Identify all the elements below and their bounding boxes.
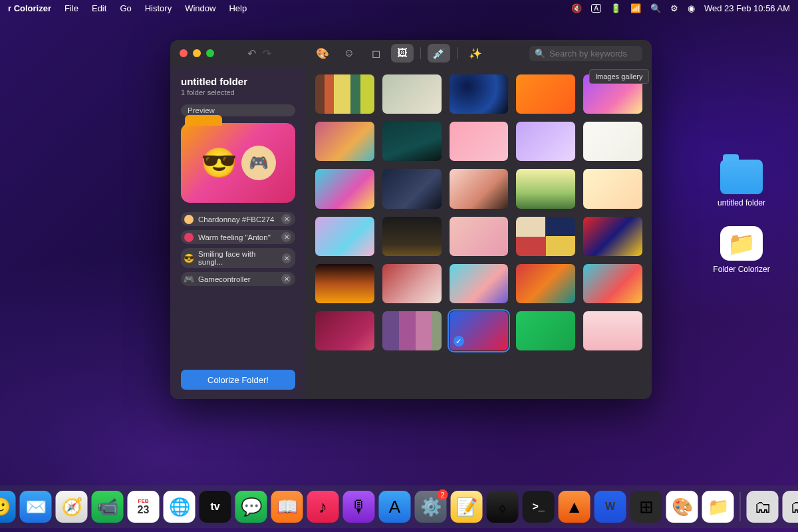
redo-button[interactable]: ↷	[263, 47, 271, 60]
dock-terminal[interactable]: >_	[523, 491, 555, 523]
sidebar: untitled folder 1 folder selected Previe…	[170, 66, 306, 399]
gallery-thumb[interactable]	[315, 264, 374, 303]
gallery-thumb[interactable]	[315, 217, 374, 256]
tab-emoji[interactable]: ☺	[338, 44, 360, 63]
siri-icon[interactable]: ◉	[688, 3, 695, 13]
tag-remove-button[interactable]: ✕	[282, 253, 291, 263]
tag-item[interactable]: Warm feeling "Anton"✕	[181, 230, 295, 244]
dock-colorizer-app[interactable]: 📁	[702, 491, 734, 523]
menu-edit[interactable]: Edit	[92, 3, 106, 13]
dock-screenshot[interactable]: 🗂	[783, 491, 799, 523]
gallery-thumb[interactable]	[315, 169, 374, 208]
gallery-thumb[interactable]	[382, 169, 442, 208]
gallery-thumb[interactable]	[450, 264, 509, 303]
dock-game[interactable]: ⬨	[487, 491, 519, 523]
gallery-thumb[interactable]	[450, 311, 509, 350]
dock-facetime[interactable]: 📹	[92, 491, 124, 523]
tag-remove-button[interactable]: ✕	[281, 214, 291, 224]
dock-messages[interactable]: 💬	[235, 491, 267, 523]
tag-item[interactable]: 🎮Gamecontroller✕	[181, 272, 295, 286]
tab-symbol[interactable]: ◻	[364, 44, 387, 63]
dock-music[interactable]: ♪	[307, 491, 339, 523]
menu-file[interactable]: File	[65, 3, 78, 13]
dock-books[interactable]: 📖	[271, 491, 303, 523]
gallery-thumb[interactable]	[315, 74, 374, 114]
dock-safari[interactable]: 🧭	[56, 491, 88, 523]
menu-help[interactable]: Help	[229, 3, 247, 13]
dock-word[interactable]: W	[595, 491, 626, 523]
dock-appletv[interactable]: tv	[200, 491, 231, 523]
gallery-thumb[interactable]	[450, 74, 509, 114]
gallery-thumb[interactable]	[516, 169, 575, 208]
gallery-thumb[interactable]	[315, 122, 374, 161]
gallery-thumb[interactable]	[450, 217, 509, 256]
tag-remove-button[interactable]: ✕	[281, 232, 291, 242]
gallery-thumb[interactable]	[516, 311, 575, 350]
dock-podcasts[interactable]: 🎙	[343, 491, 375, 523]
gallery-thumb[interactable]	[450, 169, 509, 208]
gallery-thumb[interactable]	[382, 311, 442, 350]
app-name[interactable]: r Colorizer	[8, 3, 51, 13]
menu-go[interactable]: Go	[120, 3, 131, 13]
gallery-thumb[interactable]	[516, 74, 575, 114]
close-button[interactable]	[180, 49, 188, 57]
gallery-thumb[interactable]	[382, 122, 442, 161]
dock-calculator[interactable]: ⊞	[630, 491, 662, 523]
minimize-button[interactable]	[193, 49, 201, 57]
dock-settings[interactable]: ⚙️2	[415, 491, 447, 523]
gallery-thumb[interactable]	[583, 264, 642, 303]
tab-magic[interactable]: ✨	[464, 44, 487, 63]
tag-icon: 🎮	[184, 275, 194, 284]
gallery-thumb[interactable]	[450, 122, 509, 161]
dock-finder[interactable]: 🙂	[0, 491, 16, 523]
input-source-icon[interactable]: A	[591, 4, 601, 13]
gallery-thumb[interactable]	[382, 74, 442, 114]
tags-list: Chardonnay #FBC274✕Warm feeling "Anton"✕…	[181, 212, 295, 286]
gallery-thumb[interactable]	[583, 122, 642, 161]
tag-icon	[184, 215, 194, 224]
gallery-thumb[interactable]	[382, 217, 442, 256]
tab-palette[interactable]: 🎨	[311, 44, 334, 63]
dock-calendar[interactable]: FEB23	[128, 491, 160, 523]
desktop-app[interactable]: 📁 Folder Colorizer	[712, 226, 771, 274]
tag-label: Smiling face with sungl...	[198, 250, 277, 266]
dock-mail[interactable]: ✉️	[20, 491, 52, 523]
dock-chrome[interactable]: 🌐	[164, 491, 196, 523]
desktop-folder[interactable]: untitled folder	[712, 160, 771, 207]
search-input[interactable]	[549, 49, 629, 59]
dock-appstore[interactable]: A	[379, 491, 411, 523]
gallery-thumb[interactable]	[516, 217, 575, 256]
gallery-thumb[interactable]	[583, 169, 642, 208]
tab-images[interactable]: 🖼	[391, 44, 414, 63]
tag-icon: 😎	[184, 253, 194, 263]
search-field[interactable]: 🔍	[529, 46, 642, 61]
gallery-thumb[interactable]	[382, 264, 442, 303]
clock[interactable]: Wed 23 Feb 10:56 AM	[704, 3, 790, 13]
tag-remove-button[interactable]: ✕	[281, 274, 291, 284]
dock-stacks[interactable]: 🗂	[747, 491, 779, 523]
mute-icon[interactable]: 🔇	[571, 3, 582, 13]
spotlight-icon[interactable]: 🔍	[650, 3, 661, 13]
tag-item[interactable]: Chardonnay #FBC274✕	[181, 212, 295, 226]
tag-label: Chardonnay #FBC274	[198, 215, 274, 223]
menu-history[interactable]: History	[145, 3, 172, 13]
battery-icon[interactable]: 🔋	[610, 3, 621, 13]
emoji-sunglasses-icon: 😎	[201, 146, 237, 180]
dock-vlc[interactable]: ▲	[559, 491, 591, 523]
menu-window[interactable]: Window	[185, 3, 215, 13]
gallery-thumb[interactable]	[315, 311, 374, 350]
wifi-icon[interactable]: 📶	[630, 3, 641, 13]
gallery-thumb[interactable]	[516, 264, 575, 303]
gallery-thumb[interactable]	[583, 311, 642, 350]
gallery-thumb[interactable]	[516, 122, 575, 161]
dock-notes[interactable]: 📝	[451, 491, 483, 523]
undo-button[interactable]: ↶	[247, 47, 256, 60]
colorize-button[interactable]: Colorize Folder!	[181, 370, 295, 390]
gallery-thumb[interactable]	[583, 217, 642, 256]
control-center-icon[interactable]: ⚙	[670, 3, 678, 13]
tag-item[interactable]: 😎Smiling face with sungl...✕	[181, 248, 295, 268]
dock-colorsync[interactable]: 🎨	[666, 491, 698, 523]
tab-eyedropper[interactable]: 💉	[428, 44, 450, 63]
maximize-button[interactable]	[206, 49, 214, 57]
menubar: r Colorizer File Edit Go History Window …	[0, 0, 798, 16]
